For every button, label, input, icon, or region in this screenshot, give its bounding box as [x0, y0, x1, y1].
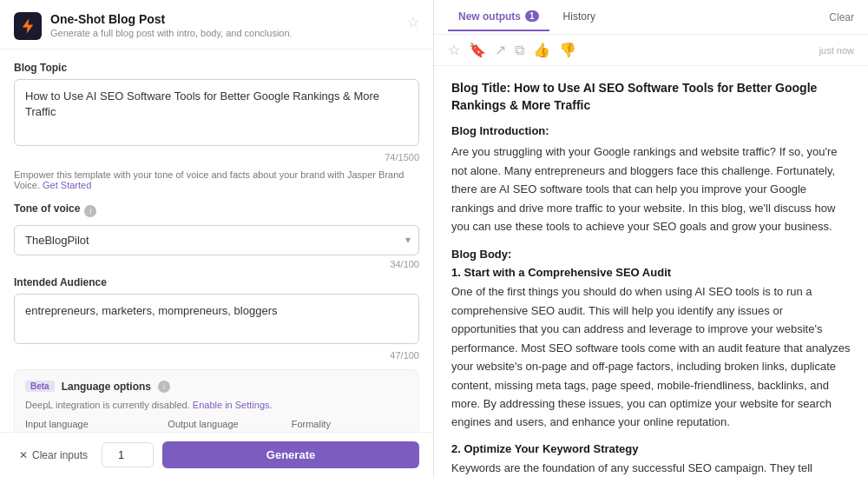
language-header: Beta Language options i [25, 381, 408, 393]
blog-topic-input[interactable]: How to Use AI SEO Software Tools for Bet… [14, 79, 419, 146]
deepl-notice: DeepL integration is currently disabled.… [25, 400, 408, 410]
new-outputs-badge: 1 [525, 10, 539, 22]
deepl-settings-link[interactable]: Enable in Settings. [193, 400, 273, 410]
output-time: just now [819, 45, 854, 56]
body-point-2: 2. Optimize Your Keyword Strategy Keywor… [451, 442, 851, 477]
output-language-label: Output language [168, 419, 284, 429]
output-content: Blog Title: How to Use AI SEO Software T… [434, 66, 868, 477]
blog-topic-char-count: 74/1500 [14, 152, 419, 162]
output-title: Blog Title: How to Use AI SEO Software T… [451, 80, 851, 114]
language-row: Input language English Spanish French ▾ … [25, 419, 408, 432]
body-point-1-title: 1. Start with a Comprehensive SEO Audit [451, 266, 851, 279]
body-point-1: 1. Start with a Comprehensive SEO Audit … [451, 266, 851, 432]
panel-footer: ✕ Clear inputs Generate [0, 432, 433, 477]
app-subtitle: Generate a full blog post with intro, bo… [50, 28, 293, 38]
header-left: One-Shot Blog Post Generate a full blog … [14, 12, 293, 40]
tone-select[interactable]: TheBlogPilot Professional Casual Witty P… [14, 225, 419, 255]
right-panel: New outputs 1 History Clear ☆ 🔖 ↗ ⧉ 👍 👎 … [434, 0, 868, 477]
generate-button[interactable]: Generate [162, 441, 419, 468]
clear-x-icon: ✕ [19, 449, 28, 461]
left-panel: One-Shot Blog Post Generate a full blog … [0, 0, 434, 477]
tone-label: Tone of voice [14, 202, 80, 215]
formality-label: Formality [292, 419, 408, 429]
language-info-icon[interactable]: i [158, 381, 170, 393]
app-logo [14, 12, 42, 40]
app-title: One-Shot Blog Post [50, 12, 293, 26]
tone-char-count: 34/100 [14, 259, 419, 269]
intro-title: Blog Introduction: [451, 124, 851, 137]
body-title: Blog Body: [451, 248, 851, 261]
clear-outputs-link[interactable]: Clear [829, 11, 854, 23]
audience-wrapper: entrepreneurs, marketers, mompreneurs, b… [14, 294, 419, 347]
audience-char-count: 47/100 [14, 350, 419, 361]
beta-badge: Beta [25, 381, 55, 392]
header-text: One-Shot Blog Post Generate a full blog … [50, 12, 293, 38]
get-started-link[interactable]: Get Started [43, 180, 91, 190]
output-toolbar: ☆ 🔖 ↗ ⧉ 👍 👎 just now [434, 35, 868, 66]
star-output-icon[interactable]: ☆ [448, 42, 460, 58]
clear-inputs-button[interactable]: ✕ Clear inputs [14, 446, 93, 465]
tab-history[interactable]: History [553, 3, 606, 31]
formality-col: Formality Default Formal Informal ▾ [292, 419, 408, 432]
thumbs-up-icon[interactable]: 👍 [533, 42, 550, 58]
bookmark-icon[interactable]: 🔖 [469, 42, 486, 58]
tone-info-icon[interactable]: i [84, 205, 96, 217]
audience-label: Intended Audience [14, 276, 419, 288]
body-section: Blog Body: 1. Start with a Comprehensive… [451, 248, 851, 477]
language-section: Beta Language options i DeepL integratio… [14, 369, 419, 432]
output-language-col: Output language English (American) Engli… [168, 419, 284, 432]
language-options-title: Language options [62, 381, 151, 393]
copy-icon[interactable]: ⧉ [515, 43, 524, 58]
output-count-input[interactable] [102, 442, 154, 467]
body-point-2-title: 2. Optimize Your Keyword Strategy [451, 442, 851, 455]
thumbs-down-icon[interactable]: 👎 [559, 42, 576, 58]
audience-input[interactable]: entrepreneurs, marketers, mompreneurs, b… [14, 294, 419, 344]
blog-topic-label: Blog Topic [14, 62, 419, 74]
intro-section: Blog Introduction: Are you struggling wi… [451, 124, 851, 235]
audience-section: Intended Audience entrepreneurs, markete… [14, 276, 419, 361]
body-point-2-text: Keywords are the foundation of any succe… [451, 459, 851, 477]
tab-new-outputs[interactable]: New outputs 1 [448, 3, 549, 31]
blog-topic-wrapper: How to Use AI SEO Software Tools for Bet… [14, 79, 419, 149]
intro-text: Are you struggling with your Google rank… [451, 142, 851, 235]
tone-select-wrapper: TheBlogPilot Professional Casual Witty P… [14, 225, 419, 255]
input-language-col: Input language English Spanish French ▾ [25, 419, 141, 432]
tone-label-row: Tone of voice i [14, 202, 419, 220]
body-point-1-text: One of the first things you should do wh… [451, 282, 851, 432]
favorite-icon[interactable]: ☆ [407, 14, 419, 30]
input-language-label: Input language [25, 419, 141, 429]
brand-voice-note: Empower this template with your tone of … [14, 169, 419, 190]
header: One-Shot Blog Post Generate a full blog … [0, 0, 433, 50]
form-area: Blog Topic How to Use AI SEO Software To… [0, 50, 433, 432]
share-icon[interactable]: ↗ [495, 42, 506, 58]
output-tabs: New outputs 1 History Clear [434, 0, 868, 35]
